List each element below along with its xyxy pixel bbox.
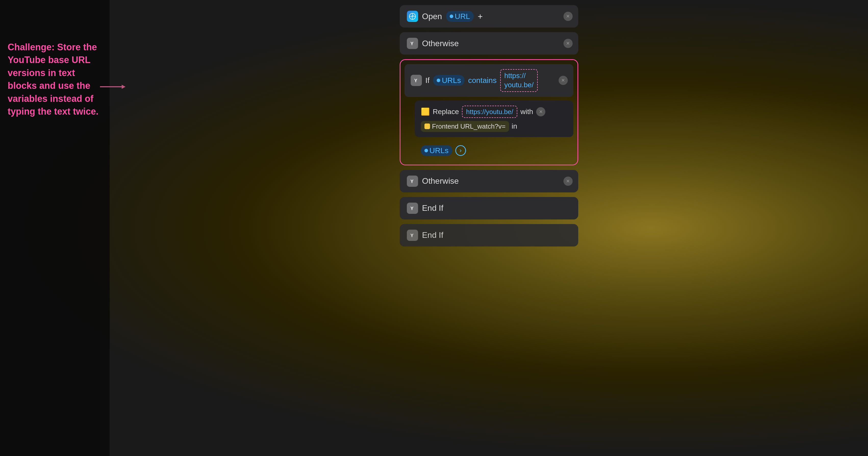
if-close-button[interactable]: ✕ (559, 76, 568, 85)
plus-icon[interactable]: + (478, 11, 483, 22)
open-label: Open (422, 12, 442, 21)
otherwise-2-label: Otherwise (422, 176, 459, 186)
frontend-url-chip[interactable]: Frontend URL_watch?v= (421, 121, 509, 132)
if-urls-text: URLs (442, 76, 461, 85)
if-group: Y If URLs contains https://youtu.be/ ✕ (400, 59, 578, 165)
otherwise-1-block: Y Otherwise ✕ (400, 32, 578, 55)
svg-text:Y: Y (410, 179, 413, 184)
if-urls-chip[interactable]: URLs (433, 75, 464, 86)
replace-url-text: https://youtu.be/ (466, 108, 513, 116)
if-block: Y If URLs contains https://youtu.be/ ✕ (405, 64, 574, 97)
end-if-2-label: End If (422, 231, 443, 240)
otherwise-1-close[interactable]: ✕ (563, 39, 572, 48)
svg-text:Y: Y (410, 206, 413, 211)
y-icon-otherwise1: Y (407, 38, 418, 49)
yellow-square-icon (425, 123, 430, 129)
end-if-1-label: End If (422, 203, 443, 213)
svg-text:Y: Y (410, 233, 413, 238)
urls-row-dot (425, 149, 428, 152)
replace-close-button[interactable]: ✕ (536, 107, 545, 116)
end-if-2-block: Y End If (400, 224, 578, 246)
with-text: with (520, 108, 533, 116)
urls-row-chip[interactable]: URLs (421, 145, 452, 156)
close-icon: ✕ (566, 13, 570, 19)
content-area: Open URL + ✕ Y Otherwise ✕ (110, 0, 868, 456)
replace-dashed-url[interactable]: https://youtu.be/ (462, 105, 517, 118)
otherwise-1-label: Otherwise (422, 39, 459, 48)
otherwise-2-block: Y Otherwise ✕ (400, 170, 578, 192)
challenge-arrow (100, 84, 125, 90)
challenge-text: Challenge: Store the YouTube base URL ve… (8, 41, 102, 118)
workflow-container: Open URL + ✕ Y Otherwise ✕ (400, 5, 578, 246)
y-icon-endif2: Y (407, 230, 418, 241)
replace-label: Replace (433, 108, 459, 116)
url-chip-text: URL (455, 12, 470, 21)
frontend-url-text: Frontend URL_watch?v= (432, 122, 505, 130)
end-if-1-block: Y End If (400, 197, 578, 219)
svg-text:Y: Y (410, 41, 413, 46)
open-close-button[interactable]: ✕ (563, 12, 572, 21)
svg-text:Y: Y (414, 78, 417, 83)
clipboard-icon: 🟨 (421, 108, 430, 116)
in-text: in (512, 122, 517, 130)
arrow-circle[interactable]: › (455, 145, 466, 156)
arrow-circle-icon: › (459, 147, 462, 154)
url-chip[interactable]: URL (446, 11, 474, 22)
svg-marker-1 (122, 85, 125, 89)
close-icon-otherwise1: ✕ (566, 40, 570, 46)
otherwise-2-close[interactable]: ✕ (563, 177, 572, 186)
challenge-label: Challenge: Store the YouTube base URL ve… (8, 42, 98, 117)
if-url-value: https://youtu.be/ (504, 71, 534, 90)
urls-row: URLs › (415, 141, 574, 160)
close-icon-otherwise2: ✕ (566, 178, 570, 184)
open-block: Open URL + ✕ (400, 5, 578, 28)
replace-block: 🟨 Replace https://youtu.be/ with ✕ Front… (415, 100, 574, 137)
y-icon-if: Y (411, 75, 422, 86)
if-dashed-value[interactable]: https://youtu.be/ (500, 69, 538, 92)
url-dot (450, 14, 453, 18)
close-icon-if: ✕ (561, 78, 565, 83)
contains-label: contains (468, 76, 497, 85)
y-icon-otherwise2: Y (407, 176, 418, 187)
close-icon-replace: ✕ (539, 109, 543, 115)
if-keyword: If (426, 76, 430, 85)
y-icon-endif1: Y (407, 203, 418, 214)
safari-icon (407, 11, 418, 22)
if-urls-dot (437, 79, 440, 82)
urls-row-text: URLs (430, 146, 449, 155)
